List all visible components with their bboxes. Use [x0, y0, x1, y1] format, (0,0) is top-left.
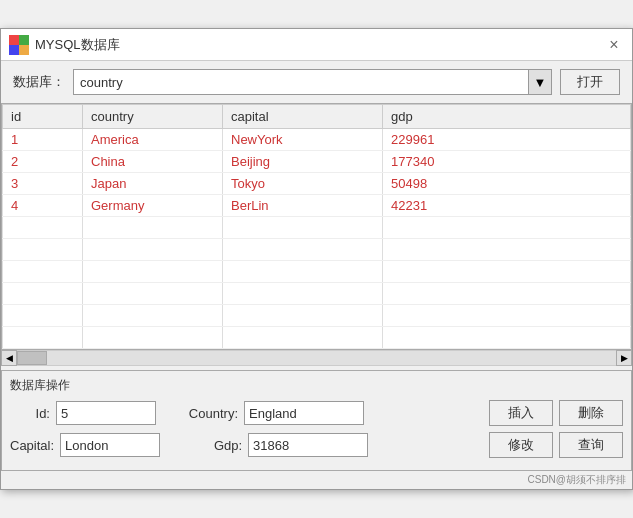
empty-row [3, 283, 631, 305]
cell-gdp: 229961 [383, 129, 631, 151]
svg-rect-3 [19, 45, 29, 55]
update-button[interactable]: 修改 [489, 432, 553, 458]
table-header-row: id country capital gdp [3, 105, 631, 129]
cell-country: Germany [83, 195, 223, 217]
title-bar-left: MYSQL数据库 [9, 35, 120, 55]
capital-input[interactable] [60, 433, 160, 457]
svg-rect-2 [9, 45, 19, 55]
data-table-container: id country capital gdp 1AmericaNewYork22… [1, 103, 632, 350]
cell-gdp: 50498 [383, 173, 631, 195]
country-label: Country: [178, 406, 238, 421]
query-button[interactable]: 查询 [559, 432, 623, 458]
cell-id: 2 [3, 151, 83, 173]
open-button[interactable]: 打开 [560, 69, 620, 95]
cell-gdp: 42231 [383, 195, 631, 217]
db-select[interactable]: country [73, 69, 552, 95]
gdp-input[interactable] [248, 433, 368, 457]
op-row-2: Capital: Gdp: 修改 查询 [10, 432, 623, 458]
cell-country: China [83, 151, 223, 173]
svg-rect-1 [19, 35, 29, 45]
db-label: 数据库： [13, 73, 65, 91]
scroll-track [47, 351, 616, 365]
scroll-thumb[interactable] [17, 351, 47, 365]
svg-rect-0 [9, 35, 19, 45]
table-row: 3JapanTokyo50498 [3, 173, 631, 195]
gdp-label: Gdp: [182, 438, 242, 453]
cell-capital: Tokyo [223, 173, 383, 195]
cell-id: 4 [3, 195, 83, 217]
empty-row [3, 327, 631, 349]
horizontal-scrollbar[interactable]: ◀ ▶ [1, 350, 632, 366]
id-input[interactable] [56, 401, 156, 425]
close-button[interactable]: × [604, 35, 624, 55]
empty-row [3, 217, 631, 239]
capital-label: Capital: [10, 438, 54, 453]
country-input[interactable] [244, 401, 364, 425]
id-label: Id: [10, 406, 50, 421]
delete-button[interactable]: 删除 [559, 400, 623, 426]
data-table: id country capital gdp 1AmericaNewYork22… [2, 104, 631, 349]
empty-row [3, 305, 631, 327]
empty-row [3, 239, 631, 261]
scroll-right-button[interactable]: ▶ [616, 350, 632, 366]
cell-capital: Beijing [223, 151, 383, 173]
operations-title: 数据库操作 [10, 377, 623, 394]
cell-gdp: 177340 [383, 151, 631, 173]
table-row: 2ChinaBeijing177340 [3, 151, 631, 173]
watermark: CSDN@胡须不排序排 [1, 471, 632, 489]
cell-id: 3 [3, 173, 83, 195]
insert-button[interactable]: 插入 [489, 400, 553, 426]
cell-capital: BerLin [223, 195, 383, 217]
app-icon [9, 35, 29, 55]
col-header-capital: capital [223, 105, 383, 129]
table-row: 4GermanyBerLin42231 [3, 195, 631, 217]
window-title: MYSQL数据库 [35, 36, 120, 54]
cell-capital: NewYork [223, 129, 383, 151]
col-header-gdp: gdp [383, 105, 631, 129]
col-header-id: id [3, 105, 83, 129]
toolbar: 数据库： country ▼ 打开 [1, 61, 632, 103]
op-row-1: Id: Country: 插入 删除 [10, 400, 623, 426]
col-header-country: country [83, 105, 223, 129]
cell-country: America [83, 129, 223, 151]
scroll-left-button[interactable]: ◀ [1, 350, 17, 366]
empty-row [3, 261, 631, 283]
operations-section: 数据库操作 Id: Country: 插入 删除 Capital: Gdp: 修… [1, 370, 632, 471]
cell-country: Japan [83, 173, 223, 195]
main-window: MYSQL数据库 × 数据库： country ▼ 打开 id country … [0, 28, 633, 490]
table-row: 1AmericaNewYork229961 [3, 129, 631, 151]
db-select-wrapper: country ▼ [73, 69, 552, 95]
cell-id: 1 [3, 129, 83, 151]
title-bar: MYSQL数据库 × [1, 29, 632, 61]
